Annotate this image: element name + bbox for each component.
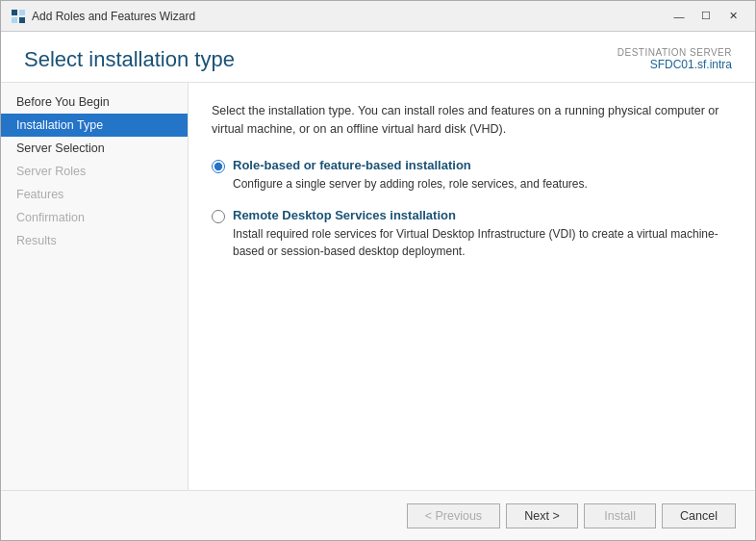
option-role-based: Role-based or feature-based installation…	[212, 158, 732, 193]
svg-rect-0	[12, 10, 17, 15]
svg-rect-2	[12, 17, 17, 23]
destination-label: DESTINATION SERVER	[617, 47, 732, 58]
option-remote-desktop: Remote Desktop Services installation Ins…	[212, 208, 732, 260]
close-button[interactable]: ✕	[720, 7, 745, 26]
option-remote-desktop-title: Remote Desktop Services installation	[233, 208, 732, 222]
sidebar-item-installation-type[interactable]: Installation Type	[1, 114, 188, 137]
sidebar-item-results: Results	[1, 229, 188, 252]
main-content: Select the installation type. You can in…	[189, 83, 755, 490]
radio-role-based[interactable]	[212, 160, 225, 173]
install-button[interactable]: Install	[584, 503, 656, 528]
footer: < Previous Next > Install Cancel	[1, 490, 755, 540]
title-bar: Add Roles and Features Wizard — ☐ ✕	[1, 1, 755, 32]
cancel-button[interactable]: Cancel	[662, 503, 736, 528]
intro-text: Select the installation type. You can in…	[212, 102, 732, 139]
page-title: Select installation type	[24, 47, 235, 72]
option-remote-desktop-desc: Install required role services for Virtu…	[233, 225, 732, 260]
option-role-based-desc: Configure a single server by adding role…	[233, 175, 588, 193]
svg-rect-1	[19, 10, 25, 15]
sidebar: Before You Begin Installation Type Serve…	[1, 83, 189, 490]
title-bar-left: Add Roles and Features Wizard	[11, 9, 195, 24]
sidebar-item-server-roles: Server Roles	[1, 160, 188, 183]
sidebar-item-before-you-begin[interactable]: Before You Begin	[1, 90, 188, 114]
app-icon	[11, 9, 26, 24]
option-group: Role-based or feature-based installation…	[212, 158, 732, 260]
title-bar-text: Add Roles and Features Wizard	[32, 10, 195, 23]
destination-server-info: DESTINATION SERVER SFDC01.sf.intra	[617, 47, 732, 71]
title-bar-controls: — ☐ ✕	[667, 7, 745, 26]
sidebar-item-server-selection[interactable]: Server Selection	[1, 137, 188, 160]
option-role-based-title: Role-based or feature-based installation	[233, 158, 588, 172]
next-button[interactable]: Next >	[506, 503, 578, 528]
previous-button[interactable]: < Previous	[407, 503, 500, 528]
header-bar: Select installation type DESTINATION SER…	[1, 32, 755, 83]
radio-remote-desktop[interactable]	[212, 210, 225, 223]
minimize-button[interactable]: —	[667, 7, 692, 26]
svg-rect-3	[19, 17, 25, 23]
sidebar-item-confirmation: Confirmation	[1, 206, 188, 229]
option-remote-desktop-content: Remote Desktop Services installation Ins…	[233, 208, 732, 260]
server-name: SFDC01.sf.intra	[617, 58, 732, 71]
sidebar-item-features: Features	[1, 183, 188, 206]
content-area: Before You Begin Installation Type Serve…	[1, 83, 755, 490]
maximize-button[interactable]: ☐	[693, 7, 718, 26]
wizard-window: Add Roles and Features Wizard — ☐ ✕ Sele…	[0, 0, 756, 541]
option-role-based-content: Role-based or feature-based installation…	[233, 158, 588, 193]
